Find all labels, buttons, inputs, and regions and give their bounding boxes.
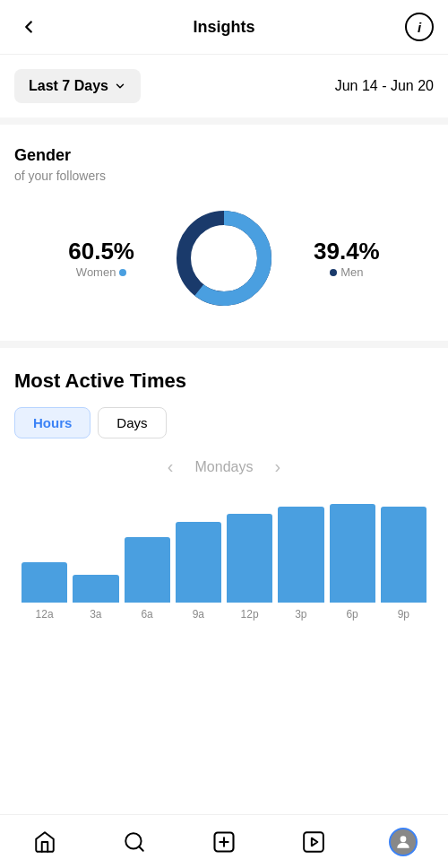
bar-wrapper [73, 495, 118, 603]
back-button[interactable] [14, 13, 43, 41]
bar-time-label: 6a [125, 608, 170, 621]
header: Insights i [0, 0, 448, 55]
men-percent: 39.4% [314, 238, 380, 265]
nav-home[interactable] [23, 820, 66, 864]
svg-point-3 [194, 228, 254, 289]
home-icon [33, 830, 56, 854]
day-navigation: ‹ Mondays › [14, 456, 434, 477]
gender-section: Gender of your followers 60.5% Women [0, 125, 448, 341]
bar-wrapper [330, 495, 375, 603]
women-stat: 60.5% Women [68, 238, 134, 279]
bar-chart [22, 495, 426, 603]
day-label: Mondays [195, 459, 254, 475]
gender-chart: 60.5% Women 39.4% [14, 204, 434, 312]
date-filter-button[interactable]: Last 7 Days [14, 69, 141, 103]
bar-item [227, 514, 272, 603]
chevron-down-icon [114, 80, 126, 92]
nav-add[interactable] [202, 820, 246, 864]
bar-wrapper [22, 495, 67, 603]
bar-chart-container: 12a3a6a9a12p3p6p9p [14, 495, 434, 621]
bar-time-label: 12a [22, 608, 67, 621]
women-percent: 60.5% [68, 238, 134, 265]
women-label: Women [68, 265, 134, 279]
men-stat: 39.4% Men [314, 238, 380, 279]
active-times-section: Most Active Times Hours Days ‹ Mondays ›… [0, 348, 448, 635]
date-range-label: Jun 14 - Jun 20 [335, 78, 434, 94]
days-toggle[interactable]: Days [98, 407, 166, 438]
date-filter-label: Last 7 Days [29, 78, 108, 94]
divider [0, 117, 448, 125]
hours-toggle[interactable]: Hours [14, 407, 90, 438]
bar-item [73, 575, 118, 603]
men-label: Men [314, 265, 380, 279]
bar-time-label: 3p [278, 608, 323, 621]
bar-time-label: 12p [227, 608, 272, 621]
bar-wrapper [227, 495, 272, 603]
bar-labels: 12a3a6a9a12p3p6p9p [22, 603, 426, 621]
svg-rect-9 [304, 832, 323, 852]
bar-wrapper [176, 495, 221, 603]
bar-item [176, 522, 221, 603]
page-title: Insights [193, 18, 254, 37]
bar-item [381, 507, 426, 603]
men-dot [330, 269, 337, 276]
bar-time-label: 9p [381, 608, 426, 621]
reels-icon [302, 830, 325, 854]
bar-item [125, 537, 170, 603]
svg-point-11 [401, 836, 407, 842]
avatar-icon [394, 833, 412, 851]
prev-day-button[interactable]: ‹ [168, 456, 174, 477]
profile-avatar [389, 828, 418, 856]
next-day-button[interactable]: › [274, 456, 280, 477]
svg-line-5 [139, 846, 143, 851]
divider-2 [0, 341, 448, 348]
search-icon [123, 830, 146, 854]
bottom-nav [0, 814, 448, 868]
bar-time-label: 6p [330, 608, 375, 621]
nav-search[interactable] [113, 820, 156, 864]
svg-marker-10 [312, 838, 318, 846]
add-icon [211, 829, 237, 855]
bar-item [278, 507, 323, 603]
bar-item [330, 504, 375, 603]
active-times-title: Most Active Times [14, 369, 434, 393]
nav-reels[interactable] [292, 820, 335, 864]
donut-chart [170, 204, 278, 312]
bar-time-label: 9a [176, 608, 221, 621]
bar-time-label: 3a [73, 608, 118, 621]
gender-title: Gender [14, 146, 434, 165]
info-button[interactable]: i [405, 13, 434, 41]
bar-wrapper [125, 495, 170, 603]
nav-profile[interactable] [382, 820, 425, 864]
women-dot [119, 269, 126, 276]
date-filter-row: Last 7 Days Jun 14 - Jun 20 [0, 55, 448, 117]
info-icon: i [418, 20, 421, 35]
bar-item [22, 562, 67, 603]
bar-wrapper [278, 495, 323, 603]
bar-wrapper [381, 495, 426, 603]
gender-subtitle: of your followers [14, 169, 434, 183]
toggle-buttons: Hours Days [14, 407, 434, 438]
